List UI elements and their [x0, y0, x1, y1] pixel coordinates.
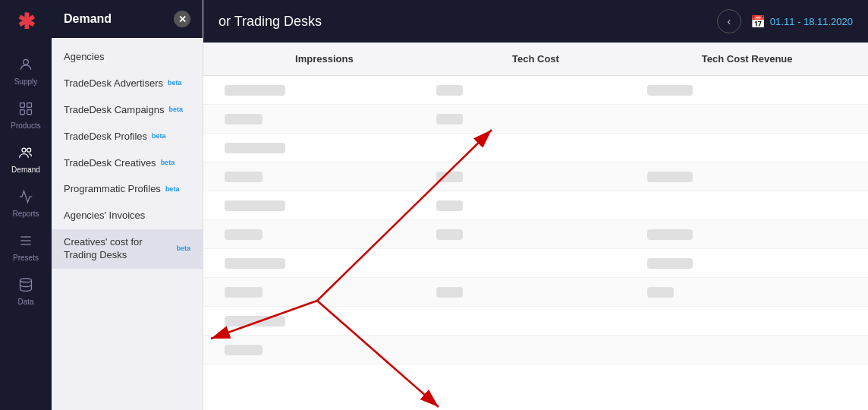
back-button[interactable]: ‹	[717, 9, 741, 33]
cell-tech-cost	[430, 257, 642, 270]
beta-badge: beta	[168, 106, 183, 115]
data-icon	[18, 277, 33, 295]
svg-rect-1	[20, 103, 25, 108]
sidebar-item-tradedesk-creatives[interactable]: TradeDesk Creatives beta	[52, 150, 203, 177]
svg-point-5	[22, 148, 26, 152]
table-container: Impressions Tech Cost Tech Cost Revenue	[203, 43, 868, 410]
left-nav: ✱ Supply Products Demand Reports Presets	[0, 0, 52, 410]
table-body	[203, 76, 868, 364]
cell-revenue	[641, 223, 853, 246]
demand-icon	[18, 145, 33, 162]
products-icon	[18, 101, 33, 118]
supply-label: Supply	[14, 77, 38, 86]
table-row	[203, 249, 868, 278]
nav-item-reports[interactable]: Reports	[0, 181, 52, 226]
sidebar-header: Demand ✕	[52, 0, 203, 38]
cell-tech-cost	[430, 142, 642, 154]
app-logo: ✱	[17, 9, 35, 34]
table-row	[203, 336, 868, 364]
cell-impressions	[219, 194, 430, 217]
products-label: Products	[11, 121, 40, 130]
cell-impressions	[219, 223, 430, 246]
cell-revenue	[641, 344, 853, 356]
sidebar-title: Demand	[64, 12, 112, 26]
reports-label: Reports	[12, 210, 39, 218]
supply-icon	[18, 57, 33, 74]
cell-tech-cost	[430, 194, 642, 217]
presets-icon	[18, 233, 33, 251]
cell-impressions	[219, 137, 430, 159]
sidebar-item-agencies-invoices[interactable]: Agencies' Invoices	[52, 203, 203, 229]
cell-revenue	[641, 200, 853, 212]
svg-point-6	[27, 148, 31, 152]
cell-revenue	[641, 79, 853, 102]
calendar-icon: 📅	[750, 14, 766, 29]
sidebar-item-tradedesk-advertisers[interactable]: TradeDesk Advertisers beta	[52, 71, 203, 97]
cell-tech-cost	[430, 79, 642, 102]
table-header: Impressions Tech Cost Tech Cost Revenue	[203, 43, 868, 76]
table-row	[203, 191, 868, 220]
main-header: or Trading Desks ‹ 📅 01.11 - 18.11.2020	[203, 0, 868, 43]
cell-revenue	[641, 166, 853, 188]
sidebar-item-agencies[interactable]: Agencies	[52, 44, 203, 71]
svg-point-10	[20, 279, 32, 282]
cell-revenue	[641, 281, 853, 304]
table-row	[203, 105, 868, 134]
nav-item-demand[interactable]: Demand	[0, 137, 52, 181]
cell-impressions	[219, 339, 430, 361]
cell-impressions	[219, 166, 430, 188]
sidebar-item-tradedesk-profiles[interactable]: TradeDesk Profiles beta	[52, 124, 203, 150]
page-title: or Trading Desks	[219, 14, 322, 30]
cell-revenue	[641, 142, 853, 154]
table-row	[203, 76, 868, 105]
table-row	[203, 278, 868, 307]
cell-tech-cost	[430, 166, 642, 188]
sidebar-item-tradedesk-campaigns[interactable]: TradeDesk Campaigns beta	[52, 97, 203, 124]
close-button[interactable]: ✕	[174, 11, 190, 27]
beta-badge: beta	[168, 79, 182, 88]
svg-point-0	[24, 59, 29, 65]
cell-revenue	[641, 252, 853, 275]
cell-revenue	[641, 315, 853, 327]
beta-badge: beta	[152, 132, 166, 141]
col-header-tech-cost: Tech Cost	[430, 44, 642, 74]
header-right: ‹ 📅 01.11 - 18.11.2020	[717, 9, 853, 33]
col-header-impressions: Impressions	[219, 44, 430, 74]
cell-impressions	[219, 310, 430, 333]
cell-impressions	[219, 281, 430, 304]
presets-label: Presets	[13, 254, 39, 262]
svg-rect-3	[20, 110, 25, 115]
cell-tech-cost	[430, 223, 642, 246]
table-row	[203, 220, 868, 249]
cell-impressions	[219, 79, 430, 102]
cell-impressions	[219, 252, 430, 275]
cell-tech-cost	[430, 344, 642, 356]
cell-impressions	[219, 108, 430, 131]
data-label: Data	[17, 298, 33, 306]
nav-item-presets[interactable]: Presets	[0, 226, 52, 270]
sidebar-item-programmatic-profiles[interactable]: Programmatic Profiles beta	[52, 176, 203, 203]
svg-rect-4	[27, 110, 32, 115]
date-range[interactable]: 📅 01.11 - 18.11.2020	[750, 14, 853, 29]
cell-revenue	[641, 113, 853, 125]
reports-icon	[18, 189, 33, 207]
beta-badge: beta	[161, 159, 175, 168]
beta-badge: beta	[165, 185, 180, 194]
sidebar-menu: Agencies TradeDesk Advertisers beta Trad…	[52, 38, 203, 275]
cell-tech-cost	[430, 315, 642, 327]
main-content: or Trading Desks ‹ 📅 01.11 - 18.11.2020 …	[203, 0, 868, 410]
beta-badge: beta	[176, 244, 190, 254]
table-row	[203, 162, 868, 191]
cell-tech-cost	[430, 108, 642, 131]
cell-tech-cost	[430, 281, 642, 304]
table-row	[203, 307, 868, 336]
sidebar-item-creatives-cost[interactable]: Creatives' cost for Trading Desks beta	[52, 229, 203, 269]
demand-label: Demand	[11, 166, 40, 174]
date-range-text: 01.11 - 18.11.2020	[770, 16, 853, 27]
nav-item-supply[interactable]: Supply	[0, 49, 52, 93]
nav-item-products[interactable]: Products	[0, 93, 52, 137]
svg-rect-2	[27, 103, 32, 108]
col-header-tech-cost-revenue: Tech Cost Revenue	[641, 44, 853, 74]
nav-item-data[interactable]: Data	[0, 270, 52, 314]
demand-sidebar: Demand ✕ Agencies TradeDesk Advertisers …	[52, 0, 203, 410]
